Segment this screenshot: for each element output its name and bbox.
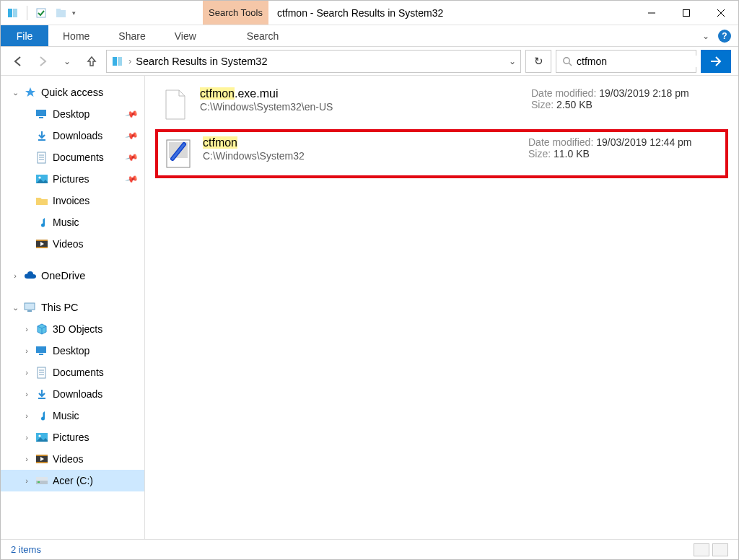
pictures-icon: [35, 431, 48, 444]
tab-search[interactable]: Search: [232, 25, 293, 46]
sidebar-item-desktop[interactable]: ›Desktop📌: [1, 103, 144, 125]
address-dropdown-icon[interactable]: ⌄: [509, 56, 516, 66]
ribbon-collapse-icon[interactable]: ⌄: [702, 31, 709, 41]
sidebar-item-desktop[interactable]: ›Desktop: [1, 340, 144, 362]
pc-icon: [24, 301, 37, 314]
sidebar-item-3d-objects[interactable]: ›3D Objects: [1, 318, 144, 340]
minimize-button[interactable]: [634, 1, 669, 25]
chevron-right-icon[interactable]: ›: [22, 368, 31, 377]
drive-icon: [35, 474, 48, 487]
tab-share[interactable]: Share: [104, 25, 159, 46]
sidebar-item-pictures[interactable]: ›Pictures: [1, 426, 144, 448]
forward-button[interactable]: [32, 51, 53, 71]
qat-dropdown-icon[interactable]: ▾: [72, 9, 76, 17]
svg-rect-26: [27, 310, 32, 312]
recent-locations-dropdown[interactable]: ⌄: [57, 51, 77, 71]
search-input[interactable]: [577, 56, 703, 67]
svg-rect-41: [38, 481, 40, 483]
status-item-count: 2 items: [11, 544, 41, 555]
thumbnails-view-button[interactable]: [712, 543, 728, 556]
tab-view[interactable]: View: [160, 25, 211, 46]
file-tab[interactable]: File: [1, 25, 48, 46]
chevron-right-icon[interactable]: ›: [22, 455, 31, 463]
sidebar-item-music[interactable]: ›Music: [1, 211, 144, 233]
sidebar-item-acer-c-[interactable]: ›Acer (C:): [1, 470, 144, 491]
navigation-pane[interactable]: ⌄ Quick access ›Desktop📌›Downloads📌›Docu…: [1, 76, 145, 539]
contextual-tab-search-tools[interactable]: Search Tools: [203, 1, 268, 25]
titlebar: ▾ Search Tools ctfmon - Search Results i…: [1, 1, 738, 25]
svg-rect-38: [36, 462, 48, 463]
chevron-right-icon[interactable]: ›: [22, 433, 31, 442]
cloud-icon: [24, 269, 37, 282]
refresh-button[interactable]: ↻: [525, 50, 551, 73]
result-filename: ctfmon: [203, 136, 518, 149]
sidebar-item-downloads[interactable]: ›Downloads📌: [1, 125, 144, 146]
svg-rect-27: [36, 346, 46, 353]
file-icon: [164, 136, 193, 171]
details-view-button[interactable]: [694, 543, 709, 556]
desktop-icon: [35, 344, 48, 357]
chevron-down-icon[interactable]: ⌄: [11, 88, 19, 97]
sidebar-item-documents[interactable]: ›Documents📌: [1, 146, 144, 168]
status-bar: 2 items: [1, 539, 738, 559]
new-folder-icon[interactable]: [55, 6, 68, 19]
chevron-right-icon[interactable]: ›: [11, 271, 19, 280]
sidebar-item-quick-access[interactable]: ⌄ Quick access: [1, 82, 144, 103]
documents-icon: [35, 366, 48, 379]
sidebar-item-documents[interactable]: ›Documents: [1, 362, 144, 383]
sidebar-item-onedrive[interactable]: › OneDrive: [1, 265, 144, 286]
search-result[interactable]: ctfmon.exe.muiC:\Windows\System32\en-USD…: [155, 83, 728, 126]
result-filename: ctfmon.exe.mui: [200, 87, 521, 100]
help-icon[interactable]: ?: [718, 30, 731, 43]
desktop-icon: [35, 108, 48, 121]
documents-icon: [35, 151, 48, 164]
chevron-right-icon[interactable]: ›: [22, 390, 31, 398]
result-path: C:\Windows\System32: [203, 150, 518, 162]
back-button[interactable]: [8, 51, 28, 71]
pin-icon: 📌: [125, 128, 139, 143]
chevron-right-icon[interactable]: ›: [22, 346, 31, 355]
chevron-right-icon[interactable]: ›: [22, 411, 31, 420]
svg-point-35: [38, 434, 40, 437]
svg-rect-6: [683, 10, 690, 17]
sidebar-item-videos[interactable]: ›Videos: [1, 233, 144, 255]
maximize-button[interactable]: [669, 1, 704, 25]
result-date: Date modified: 19/03/2019 12:44 pm: [528, 136, 720, 148]
chevron-down-icon[interactable]: ⌄: [11, 303, 19, 312]
tab-home[interactable]: Home: [48, 25, 104, 46]
music-icon: [35, 409, 48, 422]
result-date: Date modified: 19/03/2019 2:18 pm: [531, 87, 722, 99]
sidebar-item-music[interactable]: ›Music: [1, 405, 144, 426]
folder-icon: [35, 194, 48, 207]
sidebar-item-videos[interactable]: ›Videos: [1, 448, 144, 470]
properties-icon[interactable]: [35, 6, 48, 19]
search-icon: [562, 56, 572, 66]
star-icon: [24, 86, 37, 99]
sidebar-item-downloads[interactable]: ›Downloads: [1, 383, 144, 405]
svg-rect-4: [56, 9, 61, 12]
search-go-button[interactable]: [701, 50, 731, 73]
search-box[interactable]: ✕: [556, 50, 696, 73]
up-button[interactable]: [82, 51, 102, 71]
svg-rect-28: [39, 354, 43, 355]
breadcrumb-location[interactable]: Search Results in System32: [136, 56, 267, 67]
sidebar-item-invoices[interactable]: ›Invoices: [1, 190, 144, 211]
downloads-icon: [35, 388, 48, 401]
app-icon[interactable]: [6, 6, 19, 19]
svg-rect-37: [36, 455, 48, 456]
svg-rect-24: [36, 247, 48, 248]
search-result[interactable]: ctfmonC:\Windows\System32Date modified: …: [155, 129, 728, 178]
sidebar-item-pictures[interactable]: ›Pictures📌: [1, 168, 144, 190]
svg-rect-13: [36, 110, 46, 116]
chevron-right-icon[interactable]: ›: [22, 325, 31, 333]
pictures-icon: [35, 172, 48, 185]
sidebar-item-this-pc[interactable]: ⌄ This PC: [1, 297, 144, 318]
close-button[interactable]: [704, 1, 738, 25]
file-icon: [161, 87, 190, 122]
results-list[interactable]: ctfmon.exe.muiC:\Windows\System32\en-USD…: [145, 76, 738, 539]
downloads-icon: [35, 129, 48, 142]
address-bar[interactable]: › Search Results in System32 ⌄: [106, 50, 521, 73]
svg-rect-0: [8, 9, 12, 17]
window-title: ctfmon - Search Results in System32: [268, 1, 634, 25]
chevron-right-icon[interactable]: ›: [22, 476, 31, 485]
